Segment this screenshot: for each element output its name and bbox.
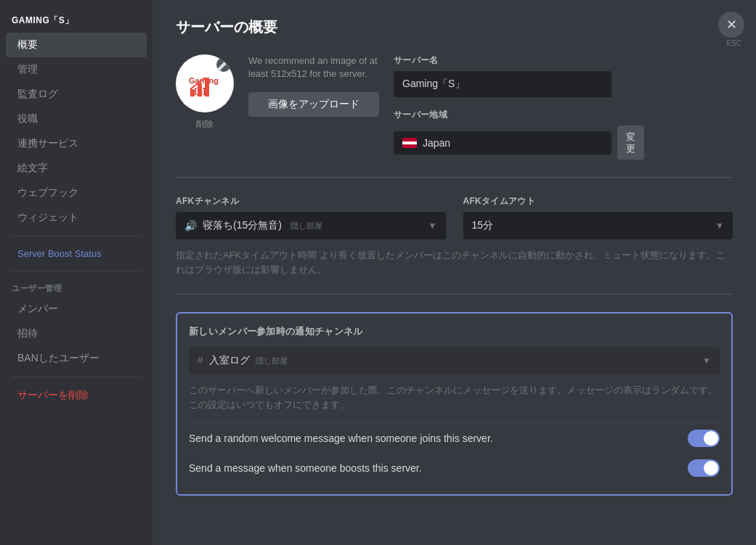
afk-timeout-col: AFKタイムアウト 15分 ▼ (463, 195, 733, 239)
sidebar: GAMING「S」 概要 管理 監査ログ 役職 連携サービス 絵文字 ウェブフッ… (0, 0, 153, 545)
sidebar-item-boost[interactable]: Server Boost Status (6, 242, 147, 265)
sidebar-divider-3 (12, 377, 141, 377)
sidebar-item-bans[interactable]: BANしたユーザー (6, 346, 147, 371)
sidebar-divider-1 (12, 236, 141, 237)
main-content: サーバーの概要 Gaming [S] (153, 0, 756, 545)
chevron-down-icon-2: ▼ (715, 221, 724, 231)
sidebar-item-audit-log[interactable]: 監査ログ (6, 82, 147, 107)
hash-icon: # (198, 354, 203, 366)
afk-channel-hidden: 隠し部屋 (290, 221, 322, 231)
sidebar-item-widget[interactable]: ウィジェット (6, 205, 147, 230)
japan-flag-icon (402, 138, 417, 148)
notification-channel-hidden: 隠し部屋 (256, 356, 288, 365)
sidebar-item-webhooks[interactable]: ウェブフック (6, 181, 147, 205)
notification-channel-select[interactable]: # 入室ログ 隠し部屋 ▼ (189, 347, 720, 374)
svg-rect-5 (205, 78, 209, 97)
toggle-welcome-message[interactable] (688, 430, 720, 447)
server-region-label: サーバー地域 (394, 109, 733, 121)
region-value: Japan (423, 137, 450, 149)
region-change-button[interactable]: 変更 (617, 126, 644, 160)
upload-area: We recommend an image of at least 512x51… (248, 54, 379, 117)
sidebar-divider-2 (12, 271, 141, 271)
svg-rect-4 (198, 83, 202, 97)
chevron-down-icon-3: ▼ (702, 356, 711, 366)
chevron-down-icon: ▼ (428, 221, 437, 231)
user-management-label: ユーザー管理 (0, 277, 153, 297)
notification-section-title: 新しいメンバー参加時の通知チャンネル (189, 325, 720, 338)
toggle-boost-message[interactable] (688, 459, 720, 477)
afk-timeout-value: 15分 (472, 219, 494, 232)
afk-timeout-text: 15分 (472, 219, 494, 232)
toggle1-label: Send a random welcome message when someo… (189, 433, 493, 444)
sidebar-item-management[interactable]: 管理 (6, 57, 147, 82)
close-button[interactable]: ✕ (718, 12, 744, 38)
server-info-area: Gaming [S] 削除 We recommend an image of a… (176, 54, 733, 160)
edit-icon[interactable] (216, 57, 231, 72)
server-name-label: サーバー名 (394, 54, 733, 67)
toggle2-label: Send a message when someone boosts this … (189, 462, 422, 474)
toggle-row-2: Send a message when someone boosts this … (189, 453, 720, 483)
sidebar-item-overview[interactable]: 概要 (6, 33, 147, 57)
sidebar-item-integrations[interactable]: 連携サービス (6, 131, 147, 156)
sidebar-item-roles[interactable]: 役職 (6, 107, 147, 131)
upload-button[interactable]: 画像をアップロード (248, 92, 379, 117)
notification-channel-value: # 入室ログ 隠し部屋 (198, 354, 288, 367)
region-select[interactable]: Japan (394, 131, 611, 155)
svg-rect-3 (190, 89, 195, 97)
notification-channel-text: 入室ログ (209, 354, 250, 366)
server-name-group: サーバー名 (394, 54, 733, 97)
sidebar-item-delete-server[interactable]: サーバーを削除 (6, 383, 147, 408)
speaker-icon: 🔊 (184, 220, 197, 231)
server-region-group: サーバー地域 Japan 変更 (394, 109, 733, 160)
notification-description: このサーバーへ新しいメンバーが参加した際、このチャンネルにメッセージを送ります。… (189, 383, 720, 411)
afk-channel-label: AFKチャンネル (176, 195, 446, 208)
server-icon-wrapper: Gaming [S] 削除 (176, 54, 234, 131)
sidebar-item-members[interactable]: メンバー (6, 297, 147, 321)
upload-hint: We recommend an image of at least 512x51… (248, 54, 379, 81)
sidebar-server-name: GAMING「S」 (0, 12, 153, 33)
afk-row: AFKチャンネル 🔊 寝落ち(15分無音) 隠し部屋 ▼ AFKタイムアウト 1… (176, 195, 733, 239)
close-button-label: ESC (726, 39, 741, 47)
afk-timeout-select[interactable]: 15分 ▼ (463, 212, 733, 239)
afk-channel-text: 寝落ち(15分無音) (203, 219, 282, 232)
afk-channel-value: 🔊 寝落ち(15分無音) 隠し部屋 (184, 219, 322, 232)
afk-channel-select[interactable]: 🔊 寝落ち(15分無音) 隠し部屋 ▼ (176, 212, 446, 239)
right-panel: サーバー名 サーバー地域 Japan 変更 (394, 54, 733, 160)
server-icon[interactable]: Gaming [S] (176, 54, 234, 112)
sidebar-item-invite[interactable]: 招待 (6, 321, 147, 346)
svg-text:Gaming: Gaming (189, 76, 219, 85)
divider-1 (176, 177, 733, 178)
toggle-row-1: Send a random welcome message when someo… (189, 423, 720, 453)
sidebar-item-emoji[interactable]: 絵文字 (6, 156, 147, 181)
notification-section: 新しいメンバー参加時の通知チャンネル # 入室ログ 隠し部屋 ▼ このサーバーへ… (176, 312, 733, 496)
svg-rect-6 (218, 68, 221, 70)
afk-description: 指定されたAFKタイムアウト時間 より長く放置したメンバーはこのチャンネルに自動… (176, 248, 733, 276)
page-title: サーバーの概要 (176, 17, 733, 37)
divider-2 (176, 294, 733, 295)
delete-icon-label[interactable]: 削除 (196, 118, 214, 131)
afk-timeout-label: AFKタイムアウト (463, 195, 733, 208)
region-row: Japan 変更 (394, 126, 733, 160)
afk-channel-col: AFKチャンネル 🔊 寝落ち(15分無音) 隠し部屋 ▼ (176, 195, 446, 239)
server-name-input[interactable] (394, 71, 611, 97)
